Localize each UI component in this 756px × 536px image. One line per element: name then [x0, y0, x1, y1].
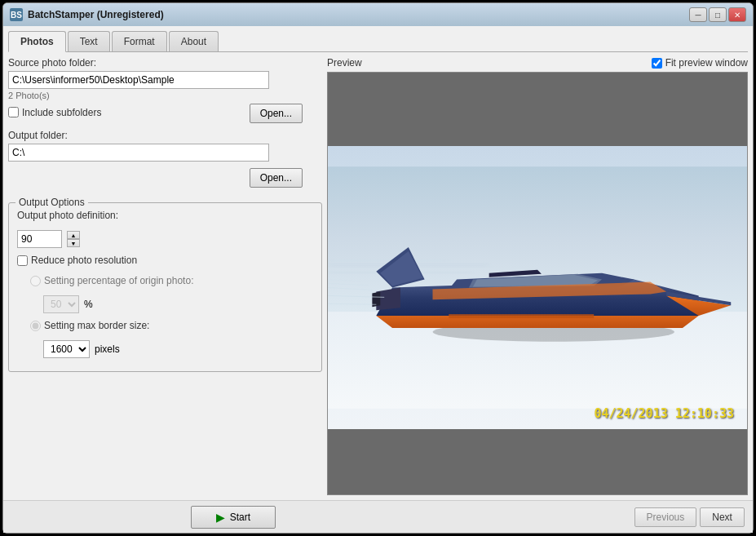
max-border-radio[interactable]	[30, 321, 41, 331]
definition-spinner: ▲ ▼	[67, 231, 80, 247]
preview-area: 04/24/2013 12:10:33	[327, 72, 748, 495]
next-button[interactable]: Next	[700, 507, 745, 527]
output-folder-input[interactable]	[8, 144, 269, 162]
max-border-unit: pixels	[95, 343, 120, 355]
open-output-row: Open...	[8, 165, 322, 188]
preview-title: Preview	[327, 57, 362, 69]
car-container	[328, 146, 747, 429]
svg-rect-6	[449, 314, 594, 318]
output-options-box: Output Options Output photo definition: …	[8, 202, 322, 372]
tab-format[interactable]: Format	[112, 31, 167, 51]
tab-about[interactable]: About	[169, 31, 219, 51]
reduce-resolution-checkbox[interactable]	[17, 255, 28, 266]
percentage-row: Setting percentage of origin photo:	[17, 275, 313, 289]
tabs-bar: Photos Text Format About	[8, 31, 748, 52]
output-definition-row: Output photo definition:	[17, 210, 313, 224]
source-folder-group: Source photo folder: 2 Photo(s) Include …	[8, 57, 322, 123]
fit-preview-label: Fit preview window	[665, 57, 748, 69]
percentage-radio-label[interactable]: Setting percentage of origin photo:	[30, 275, 193, 286]
include-subfolders-row: Include subfolders Open...	[8, 104, 322, 123]
max-border-input-row: 1600 pixels	[17, 340, 313, 358]
definition-spin-down[interactable]: ▼	[67, 239, 80, 247]
minimize-button[interactable]: ─	[689, 7, 707, 22]
percentage-radio[interactable]	[30, 276, 41, 286]
percentage-unit: %	[84, 299, 93, 310]
source-folder-input[interactable]	[8, 71, 269, 89]
preview-bottom-bar	[328, 429, 747, 494]
reduce-resolution-row: Reduce photo resolution	[17, 255, 313, 268]
photo-count: 2 Photo(s)	[8, 91, 322, 100]
nav-buttons: Previous Next	[634, 507, 745, 527]
preview-header: Preview Fit preview window	[327, 57, 748, 69]
close-button[interactable]: ✕	[728, 7, 746, 22]
tab-text[interactable]: Text	[68, 31, 110, 51]
timestamp-overlay: 04/24/2013 12:10:33	[594, 406, 734, 421]
main-content: Photos Text Format About Source photo fo…	[3, 26, 753, 500]
output-definition-label: Output photo definition:	[17, 210, 118, 221]
output-definition-input-row: ▲ ▼	[17, 230, 313, 248]
reduce-resolution-text: Reduce photo resolution	[31, 255, 137, 266]
start-icon: ▶	[216, 511, 225, 524]
max-border-row: Setting max border size:	[17, 320, 313, 334]
fit-checkbox-row: Fit preview window	[652, 57, 748, 69]
max-border-select[interactable]: 1600	[43, 340, 90, 358]
title-bar-buttons: ─ □ ✕	[689, 7, 746, 22]
right-panel: Preview Fit preview window	[327, 57, 748, 495]
include-subfolders-text: Include subfolders	[22, 107, 101, 118]
percentage-input-row: 50 %	[17, 295, 313, 313]
main-window: BS BatchStamper (Unregistered) ─ □ ✕ Pho…	[2, 2, 754, 534]
preview-image: 04/24/2013 12:10:33	[328, 146, 747, 429]
svg-rect-4	[328, 259, 449, 261]
output-folder-group: Output folder: Open...	[8, 130, 322, 188]
fit-preview-checkbox[interactable]	[652, 58, 662, 69]
maximize-button[interactable]: □	[709, 7, 727, 22]
include-subfolders-checkbox-label[interactable]: Include subfolders	[8, 107, 101, 118]
tab-photos[interactable]: Photos	[8, 31, 66, 52]
percentage-select[interactable]: 50	[43, 295, 79, 313]
max-border-radio-label[interactable]: Setting max border size:	[30, 320, 149, 331]
output-options-legend: Output Options	[15, 197, 88, 208]
start-label: Start	[230, 512, 250, 523]
start-button[interactable]: ▶ Start	[191, 506, 276, 529]
reduce-resolution-checkbox-label[interactable]: Reduce photo resolution	[17, 255, 137, 266]
window-title: BatchStamper (Unregistered)	[28, 9, 689, 20]
max-border-label-text: Setting max border size:	[44, 320, 149, 331]
previous-button[interactable]: Previous	[634, 507, 697, 527]
app-icon: BS	[10, 8, 23, 21]
output-folder-label: Output folder:	[8, 130, 322, 141]
open-output-button[interactable]: Open...	[250, 168, 303, 188]
preview-top-bar	[328, 73, 747, 146]
definition-spin-up[interactable]: ▲	[67, 231, 80, 239]
panels: Source photo folder: 2 Photo(s) Include …	[8, 57, 748, 495]
percentage-label-text: Setting percentage of origin photo:	[44, 275, 193, 286]
open-source-button[interactable]: Open...	[250, 104, 303, 123]
left-panel: Source photo folder: 2 Photo(s) Include …	[8, 57, 322, 495]
include-subfolders-checkbox[interactable]	[8, 107, 19, 117]
car-svg	[328, 146, 747, 429]
title-bar: BS BatchStamper (Unregistered) ─ □ ✕	[3, 3, 753, 26]
output-definition-input[interactable]	[17, 230, 62, 248]
bottom-bar: ▶ Start Previous Next	[3, 500, 753, 533]
source-folder-label: Source photo folder:	[8, 57, 322, 69]
